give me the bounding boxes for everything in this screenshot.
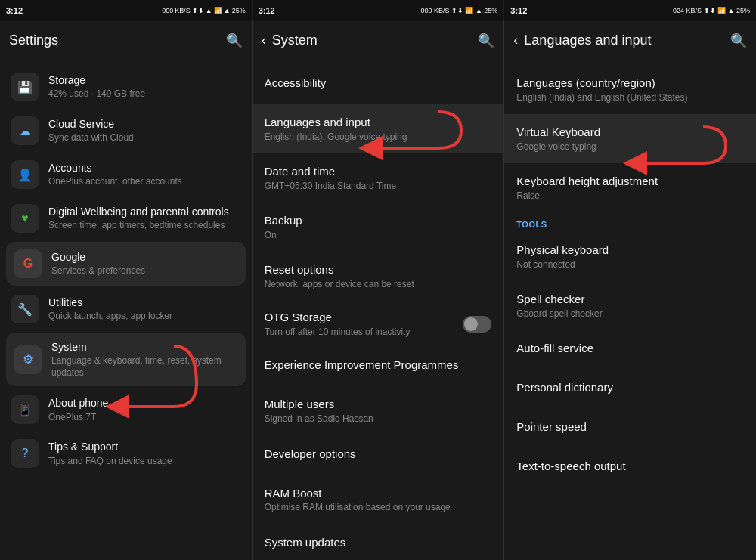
system-content: Accessibility Languages and input Englis… xyxy=(253,60,504,560)
ram-subtitle: Optimise RAM utilisation based on your u… xyxy=(265,502,492,514)
icons-1: 000 KB/S ⬆⬇ ▲ 📶 ▲ 25% xyxy=(162,7,245,14)
status-bar-1: 3:12 000 KB/S ⬆⬇ ▲ 📶 ▲ 25% xyxy=(0,0,253,21)
panels-wrapper: Settings 🔍 💾 Storage 42% used · 149 GB f… xyxy=(0,21,756,560)
settings-content: 💾 Storage 42% used · 149 GB free ☁ Cloud… xyxy=(0,60,252,560)
spell-checker-subtitle: Gboard spell checker xyxy=(516,308,744,320)
about-icon: 📱 xyxy=(11,395,39,424)
tips-title: Tips & Support xyxy=(48,440,241,453)
storage-subtitle: 42% used · 149 GB free xyxy=(48,88,241,101)
storage-title: Storage xyxy=(48,73,241,87)
lang-item-spell-checker[interactable]: Spell checker Gboard spell checker xyxy=(504,281,756,330)
system-item-ram[interactable]: RAM Boost Optimise RAM utilisation based… xyxy=(253,475,504,524)
system-item-accessibility[interactable]: Accessibility xyxy=(253,65,504,104)
datetime-title: Date and time xyxy=(265,164,492,179)
icons-3: 024 KB/S ⬆⬇ 📶 ▲ 25% xyxy=(673,7,750,14)
cloud-title: Cloud Service xyxy=(48,117,241,131)
otg-toggle[interactable] xyxy=(463,316,491,333)
spell-checker-title: Spell checker xyxy=(516,292,744,307)
status-bar-3: 3:12 024 KB/S ⬆⬇ 📶 ▲ 25% xyxy=(504,0,756,21)
system-item-datetime[interactable]: Date and time GMT+05:30 India Standard T… xyxy=(253,153,504,203)
languages-content: Languages (country/region) English (Indi… xyxy=(504,60,756,560)
settings-item-system[interactable]: ⚙ System Language & keyboard, time, rese… xyxy=(6,333,246,386)
wellbeing-title: Digital Wellbeing and parental controls xyxy=(48,205,241,218)
system-item-otg[interactable]: OTG Storage Turn off after 10 minutes of… xyxy=(253,301,504,347)
system-item-languages[interactable]: Languages and input English (India), Goo… xyxy=(253,104,504,153)
lang-item-tts[interactable]: Text-to-speech output xyxy=(504,448,756,487)
updates-title: System updates xyxy=(265,535,492,550)
tips-subtitle: Tips and FAQ on device usage xyxy=(48,456,241,468)
settings-item-utilities[interactable]: 🔧 Utilities Quick launch, apps, app lock… xyxy=(0,287,252,331)
languages-header: ‹ Languages and input 🔍 xyxy=(504,21,756,60)
system-item-updates[interactable]: System updates xyxy=(253,524,504,560)
lang-item-virtual-keyboard[interactable]: Virtual Keyboard Google voice typing xyxy=(504,114,756,163)
languages-back-icon[interactable]: ‹ xyxy=(513,32,518,48)
physical-keyboard-title: Physical keyboard xyxy=(516,243,744,258)
settings-item-wellbeing[interactable]: ♥ Digital Wellbeing and parental control… xyxy=(0,196,252,240)
time-1: 3:12 xyxy=(6,6,23,15)
lang-item-keyboard-height[interactable]: Keyboard height adjustment Raise xyxy=(504,163,756,212)
system-item-reset[interactable]: Reset options Network, apps or device ca… xyxy=(253,252,504,301)
languages-search-icon[interactable]: 🔍 xyxy=(730,32,747,49)
settings-panel: Settings 🔍 💾 Storage 42% used · 149 GB f… xyxy=(0,21,253,560)
system-search-icon[interactable]: 🔍 xyxy=(478,32,494,49)
utilities-title: Utilities xyxy=(48,295,241,309)
experience-title: Experience Improvement Programmes xyxy=(265,357,492,373)
system-item-backup[interactable]: Backup On xyxy=(253,203,504,252)
multiuser-subtitle: Signed in as Sadiq Hassan xyxy=(265,413,492,425)
settings-item-about[interactable]: 📱 About phone OnePlus 7T xyxy=(0,388,252,432)
lang-item-autofill[interactable]: Auto-fill service xyxy=(504,330,756,370)
virtual-keyboard-subtitle: Google voice typing xyxy=(516,141,744,153)
datetime-subtitle: GMT+05:30 India Standard Time xyxy=(265,181,492,193)
settings-item-accounts[interactable]: 👤 Accounts OnePlus account, other accoun… xyxy=(0,153,252,196)
status-bar-2: 3:12 000 KB/S ⬆⬇ 📶 ▲ 25% xyxy=(253,0,505,21)
system-subtitle: Language & keyboard, time, reset, system… xyxy=(51,355,238,379)
icons-2: 000 KB/S ⬆⬇ 📶 ▲ 25% xyxy=(420,7,497,14)
system-item-developer[interactable]: Developer options xyxy=(253,436,504,475)
settings-item-storage[interactable]: 💾 Storage 42% used · 149 GB free xyxy=(0,65,252,109)
time-3: 3:12 xyxy=(510,6,527,15)
system-title: System xyxy=(51,340,238,354)
google-subtitle: Services & preferences xyxy=(51,265,238,277)
lang-country-title: Languages (country/region) xyxy=(516,76,744,91)
google-title: Google xyxy=(51,250,238,264)
reset-subtitle: Network, apps or device can be reset xyxy=(265,279,492,291)
languages-panel: ‹ Languages and input 🔍 Languages (count… xyxy=(504,21,756,560)
lang-item-pointer-speed[interactable]: Pointer speed xyxy=(504,409,756,448)
backup-subtitle: On xyxy=(265,230,492,242)
autofill-title: Auto-fill service xyxy=(516,341,744,356)
status-bars: 3:12 000 KB/S ⬆⬇ ▲ 📶 ▲ 25% 3:12 000 KB/S… xyxy=(0,0,756,21)
lang-item-languages[interactable]: Languages (country/region) English (Indi… xyxy=(504,65,756,114)
settings-search-icon[interactable]: 🔍 xyxy=(226,32,243,49)
system-item-multiuser[interactable]: Multiple users Signed in as Sadiq Hassan xyxy=(253,386,504,435)
lang-item-personal-dict[interactable]: Personal dictionary xyxy=(504,370,756,409)
wellbeing-icon: ♥ xyxy=(11,204,39,233)
storage-icon: 💾 xyxy=(11,73,39,101)
about-subtitle: OnePlus 7T xyxy=(48,412,241,424)
pointer-speed-title: Pointer speed xyxy=(516,419,744,435)
utilities-icon: 🔧 xyxy=(11,295,39,323)
physical-keyboard-subtitle: Not connected xyxy=(516,259,744,271)
tools-section-label: TOOLS xyxy=(504,212,756,232)
accounts-subtitle: OnePlus account, other accounts xyxy=(48,176,241,188)
settings-item-google[interactable]: G Google Services & preferences xyxy=(6,242,246,286)
otg-title: OTG Storage xyxy=(265,310,463,325)
about-title: About phone xyxy=(48,396,241,410)
settings-item-tips[interactable]: ? Tips & Support Tips and FAQ on device … xyxy=(0,432,252,475)
tts-title: Text-to-speech output xyxy=(516,459,744,474)
cloud-icon: ☁ xyxy=(11,116,39,145)
lang-item-physical-keyboard[interactable]: Physical keyboard Not connected xyxy=(504,232,756,281)
settings-item-cloud[interactable]: ☁ Cloud Service Sync data with Cloud xyxy=(0,109,252,153)
wellbeing-subtitle: Screen time, app timers, bedtime schedul… xyxy=(48,220,241,232)
multiuser-title: Multiple users xyxy=(265,397,492,412)
system-header: ‹ System 🔍 xyxy=(253,21,504,60)
ram-title: RAM Boost xyxy=(265,486,492,501)
system-item-experience[interactable]: Experience Improvement Programmes xyxy=(253,347,504,386)
google-icon: G xyxy=(14,249,42,278)
time-2: 3:12 xyxy=(259,6,275,15)
virtual-keyboard-title: Virtual Keyboard xyxy=(516,125,744,140)
utilities-subtitle: Quick launch, apps, app locker xyxy=(48,311,241,323)
system-icon: ⚙ xyxy=(14,345,42,374)
system-back-icon[interactable]: ‹ xyxy=(262,32,266,48)
tips-icon: ? xyxy=(11,439,39,468)
settings-header: Settings 🔍 xyxy=(0,21,252,60)
